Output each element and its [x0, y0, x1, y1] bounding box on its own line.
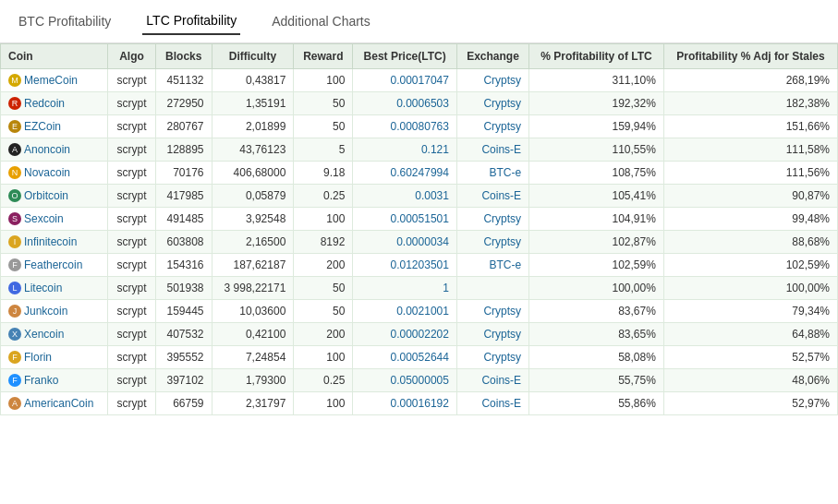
- exchange-link[interactable]: BTC-e: [489, 166, 521, 179]
- reward-cell: 50: [294, 277, 353, 300]
- profitability-cell: 104,91%: [529, 208, 664, 231]
- table-container: Coin Algo Blocks Difficulty Reward Best …: [0, 43, 838, 415]
- exchange-cell: Cryptsy: [456, 300, 528, 323]
- coin-link[interactable]: Xencoin: [24, 328, 64, 341]
- exchange-link[interactable]: Coins-E: [481, 374, 521, 387]
- blocks-cell: 159445: [156, 300, 213, 323]
- profitability-adj-cell: 90,87%: [663, 185, 837, 208]
- blocks-cell: 272950: [156, 92, 213, 115]
- price-link[interactable]: 0.00002202: [391, 328, 449, 341]
- price-cell: 0.0000034: [353, 231, 457, 254]
- profitability-adj-cell: 88,68%: [663, 231, 837, 254]
- exchange-link[interactable]: Coins-E: [481, 189, 521, 202]
- coin-cell: F Florin: [1, 346, 108, 369]
- exchange-link[interactable]: Cryptsy: [483, 120, 521, 133]
- algo-cell: scrypt: [108, 208, 156, 231]
- coin-link[interactable]: Infinitecoin: [24, 235, 77, 248]
- exchange-cell: Cryptsy: [456, 231, 528, 254]
- tab-btc-profitability[interactable]: BTC Profitability: [15, 8, 115, 34]
- price-link[interactable]: 0.00016192: [391, 397, 449, 410]
- table-row: R Redcoin scrypt 272950 1,35191 50 0.000…: [1, 92, 838, 115]
- profitability-cell: 192,32%: [529, 92, 664, 115]
- algo-cell: scrypt: [108, 277, 156, 300]
- coin-cell: O Orbitcoin: [1, 185, 108, 208]
- price-cell: 0.00052644: [353, 346, 457, 369]
- coin-link[interactable]: Franko: [24, 374, 58, 387]
- profitability-table: Coin Algo Blocks Difficulty Reward Best …: [0, 43, 838, 415]
- price-link[interactable]: 0.00080763: [391, 120, 449, 133]
- profitability-cell: 102,87%: [529, 231, 664, 254]
- table-header-row: Coin Algo Blocks Difficulty Reward Best …: [1, 44, 838, 69]
- coin-cell: A Anoncoin: [1, 138, 108, 162]
- exchange-cell: Coins-E: [456, 185, 528, 208]
- difficulty-cell: 2,16500: [212, 231, 294, 254]
- reward-cell: 100: [294, 208, 353, 231]
- coin-link[interactable]: Feathercoin: [24, 258, 82, 271]
- exchange-link[interactable]: Coins-E: [481, 143, 521, 156]
- reward-cell: 100: [294, 392, 353, 415]
- reward-cell: 200: [294, 254, 353, 277]
- exchange-link[interactable]: Cryptsy: [483, 305, 521, 318]
- coin-icon: A: [8, 397, 21, 410]
- coin-cell: F Feathercoin: [1, 254, 108, 277]
- blocks-cell: 397102: [156, 369, 213, 392]
- algo-cell: scrypt: [108, 162, 156, 185]
- coin-link[interactable]: Orbitcoin: [24, 189, 68, 202]
- coin-link[interactable]: Novacoin: [24, 166, 70, 179]
- reward-cell: 100: [294, 346, 353, 369]
- price-link[interactable]: 0.0031: [415, 189, 449, 202]
- coin-link[interactable]: Litecoin: [24, 282, 62, 294]
- coin-link[interactable]: Anoncoin: [24, 143, 70, 156]
- coin-cell: R Redcoin: [1, 92, 108, 115]
- price-link[interactable]: 1: [443, 282, 449, 294]
- coin-link[interactable]: EZCoin: [24, 120, 61, 133]
- algo-cell: scrypt: [108, 185, 156, 208]
- table-row: A Anoncoin scrypt 128895 43,76123 5 0.12…: [1, 138, 838, 162]
- tab-additional-charts[interactable]: Additional Charts: [268, 8, 374, 34]
- algo-cell: scrypt: [108, 323, 156, 346]
- price-link[interactable]: 0.00017047: [391, 74, 449, 87]
- price-link[interactable]: 0.0006503: [396, 97, 449, 110]
- price-link[interactable]: 0.05000005: [391, 374, 449, 387]
- header-profitability-ltc: % Profitability of LTC: [529, 44, 664, 69]
- algo-cell: scrypt: [108, 231, 156, 254]
- price-link[interactable]: 0.0000034: [396, 235, 449, 248]
- exchange-link[interactable]: Cryptsy: [483, 351, 521, 364]
- coin-link[interactable]: Florin: [24, 351, 52, 364]
- exchange-link[interactable]: Cryptsy: [483, 74, 521, 87]
- exchange-link[interactable]: Coins-E: [481, 397, 521, 410]
- exchange-link[interactable]: Cryptsy: [483, 97, 521, 110]
- price-link[interactable]: 0.0021001: [396, 305, 449, 318]
- profitability-cell: 159,94%: [529, 115, 664, 138]
- table-row: F Florin scrypt 395552 7,24854 100 0.000…: [1, 346, 838, 369]
- exchange-cell: Cryptsy: [456, 92, 528, 115]
- coin-link[interactable]: Sexcoin: [24, 212, 64, 225]
- profitability-adj-cell: 182,38%: [663, 92, 837, 115]
- table-row: F Franko scrypt 397102 1,79300 0.25 0.05…: [1, 369, 838, 392]
- exchange-link[interactable]: BTC-e: [489, 258, 521, 271]
- coin-link[interactable]: Junkcoin: [24, 305, 67, 318]
- price-link[interactable]: 0.01203501: [391, 258, 449, 271]
- tab-ltc-profitability[interactable]: LTC Profitability: [142, 7, 240, 35]
- price-link[interactable]: 0.00052644: [391, 351, 449, 364]
- blocks-cell: 154316: [156, 254, 213, 277]
- coin-icon: O: [8, 189, 21, 202]
- coin-link[interactable]: MemeCoin: [24, 74, 78, 87]
- table-row: I Infinitecoin scrypt 603808 2,16500 819…: [1, 231, 838, 254]
- exchange-cell: BTC-e: [456, 162, 528, 185]
- exchange-cell: Cryptsy: [456, 69, 528, 92]
- exchange-link[interactable]: Cryptsy: [483, 235, 521, 248]
- table-row: J Junkcoin scrypt 159445 10,03600 50 0.0…: [1, 300, 838, 323]
- coin-link[interactable]: AmericanCoin: [24, 397, 93, 410]
- profitability-adj-cell: 52,57%: [663, 346, 837, 369]
- exchange-link[interactable]: Cryptsy: [483, 212, 521, 225]
- exchange-link[interactable]: Cryptsy: [483, 328, 521, 341]
- blocks-cell: 501938: [156, 277, 213, 300]
- exchange-cell: Cryptsy: [456, 323, 528, 346]
- price-link[interactable]: 0.00051501: [391, 212, 449, 225]
- table-row: F Feathercoin scrypt 154316 187,62187 20…: [1, 254, 838, 277]
- coin-link[interactable]: Redcoin: [24, 97, 65, 110]
- price-cell: 1: [353, 277, 457, 300]
- price-link[interactable]: 0.60247994: [391, 166, 449, 179]
- price-link[interactable]: 0.121: [421, 143, 449, 156]
